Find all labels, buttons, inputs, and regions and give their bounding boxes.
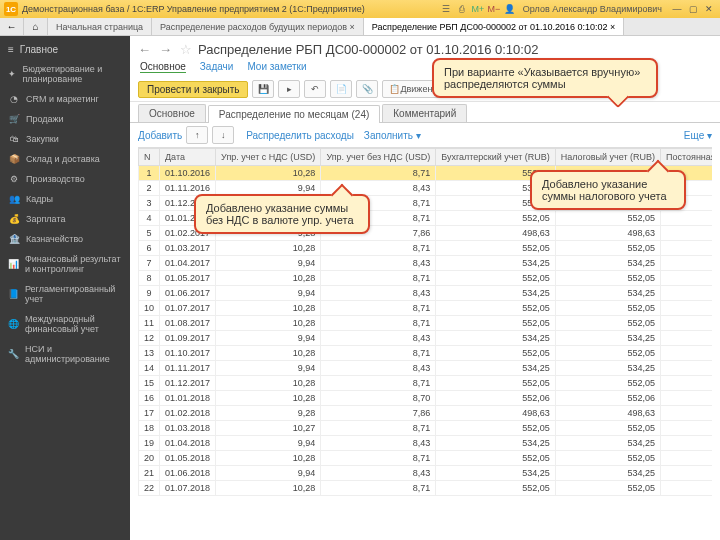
sidebar-item-label: Регламентированный учет [25, 284, 122, 304]
sidebar-item-2[interactable]: 🛒Продажи [0, 109, 130, 129]
close-icon[interactable]: ✕ [702, 3, 716, 15]
nav-sidebar: ≡ Главное ✦Бюджетирование и планирование… [0, 36, 130, 540]
sidebar-item-5[interactable]: ⚙Производство [0, 169, 130, 189]
tab-main[interactable]: Основное [138, 104, 206, 122]
row-down-icon[interactable]: ↓ [212, 126, 234, 144]
sidebar-item-label: Кадры [26, 194, 53, 204]
annotation-callout-1: При варианте «Указывается вручную» распр… [432, 58, 658, 98]
post-and-close-button[interactable]: Провести и закрыть [138, 81, 248, 98]
sidebar-item-6[interactable]: 👥Кадры [0, 189, 130, 209]
breadcrumb-home-label[interactable]: Начальная страница [48, 18, 152, 35]
sidebar-item-10[interactable]: 📘Регламентированный учет [0, 279, 130, 309]
sidebar-item-label: Финансовый результат и контроллинг [25, 254, 122, 274]
breadcrumb-tab-1[interactable]: Распределение расходов будущих периодов … [152, 18, 364, 35]
cancel-post-icon[interactable]: ↶ [304, 80, 326, 98]
sidebar-icon: ◔ [8, 94, 20, 104]
breadcrumb-home-icon[interactable]: ⌂ [24, 18, 48, 35]
toolbar-icon[interactable]: ☰ [439, 3, 453, 15]
breadcrumb-tab-2[interactable]: Распределение РБП ДС00-000002 от 01.10.2… [364, 18, 624, 35]
distribute-button[interactable]: Распределить расходы [246, 130, 354, 141]
breadcrumb-back-icon[interactable]: ← [0, 18, 24, 35]
sidebar-item-label: Казначейство [26, 234, 83, 244]
detail-tabs: Основное Распределение по месяцам (24) К… [130, 104, 720, 123]
col-novat[interactable]: Упр. учет без НДС (USD) [321, 149, 436, 166]
table-row[interactable]: 1201.09.20179,948,43534,25534,25 [139, 331, 713, 346]
table-row[interactable]: 1401.11.20179,948,43534,25534,25 [139, 361, 713, 376]
maximize-icon[interactable]: ▢ [686, 3, 700, 15]
add-row-button[interactable]: Добавить [138, 130, 182, 141]
attach-icon[interactable]: 📎 [356, 80, 378, 98]
col-perm[interactable]: Постоянная ра [661, 149, 712, 166]
table-row[interactable]: 1001.07.201710,288,71552,05552,05 [139, 301, 713, 316]
table-toolbar: Добавить ↑ ↓ Распределить расходы Заполн… [130, 123, 720, 147]
sidebar-item-label: Продажи [26, 114, 64, 124]
tab-distribution[interactable]: Распределение по месяцам (24) [208, 105, 380, 123]
table-row[interactable]: 801.05.201710,288,71552,05552,05 [139, 271, 713, 286]
table-row[interactable]: 901.06.20179,948,43534,25534,25 [139, 286, 713, 301]
burger-icon[interactable]: ≡ [8, 44, 14, 55]
table-row[interactable]: 2101.06.20189,948,43534,25534,25 [139, 466, 713, 481]
annotation-callout-3: Добавлено указание суммы налогового учет… [530, 170, 686, 210]
post-icon[interactable]: ▸ [278, 80, 300, 98]
row-up-icon[interactable]: ↑ [186, 126, 208, 144]
fill-button[interactable]: Заполнить ▾ [364, 130, 421, 141]
sidebar-item-1[interactable]: ◔CRM и маркетинг [0, 89, 130, 109]
table-row[interactable]: 1701.02.20189,287,86498,63498,63 [139, 406, 713, 421]
sidebar-icon: 📘 [8, 289, 19, 299]
col-vat[interactable]: Упр. учет с НДС (USD) [216, 149, 321, 166]
table-row[interactable]: 1501.12.201710,288,71552,05552,05 [139, 376, 713, 391]
print-icon[interactable]: ⎙ [455, 3, 469, 15]
app-logo-icon: 1C [4, 2, 18, 16]
sidebar-icon: 🌐 [8, 319, 19, 329]
sidebar-icon: 🛒 [8, 114, 20, 124]
window-title: Демонстрационная база / 1С:ERP Управлени… [22, 4, 365, 14]
subnav-notes[interactable]: Мои заметки [247, 61, 306, 73]
report-icon[interactable]: 📄 [330, 80, 352, 98]
current-user[interactable]: Орлов Александр Владимирович [523, 4, 662, 14]
sidebar-item-label: Международный финансовый учет [25, 314, 122, 334]
sidebar-item-4[interactable]: 📦Склад и доставка [0, 149, 130, 169]
table-row[interactable]: 1801.03.201810,278,71552,05552,05 [139, 421, 713, 436]
sidebar-icon: 👥 [8, 194, 20, 204]
col-date[interactable]: Дата [160, 149, 216, 166]
sidebar-item-11[interactable]: 🌐Международный финансовый учет [0, 309, 130, 339]
sidebar-item-12[interactable]: 🔧НСИ и администрирование [0, 339, 130, 369]
sidebar-item-7[interactable]: 💰Зарплата [0, 209, 130, 229]
nav-fwd-icon[interactable]: → [159, 42, 174, 57]
sidebar-item-9[interactable]: 📊Финансовый результат и контроллинг [0, 249, 130, 279]
nav-back-icon[interactable]: ← [138, 42, 153, 57]
sidebar-item-label: Производство [26, 174, 85, 184]
sidebar-icon: 🔧 [8, 349, 19, 359]
favorite-star-icon[interactable]: ☆ [180, 42, 192, 57]
m-minus-icon[interactable]: M− [487, 3, 501, 15]
tab-comment[interactable]: Комментарий [382, 104, 467, 122]
table-row[interactable]: 2001.05.201810,288,71552,05552,05 [139, 451, 713, 466]
more-button[interactable]: Еще ▾ [684, 130, 712, 141]
sidebar-header[interactable]: ≡ Главное [0, 40, 130, 59]
subnav-tasks[interactable]: Задачи [200, 61, 234, 73]
sidebar-icon: ✦ [8, 69, 16, 79]
table-row[interactable]: 1101.08.201710,288,71552,05552,05 [139, 316, 713, 331]
table-row[interactable]: 2201.07.201810,288,71552,05552,05 [139, 481, 713, 496]
table-row[interactable]: 701.04.20179,948,43534,25534,25 [139, 256, 713, 271]
col-n[interactable]: N [139, 149, 160, 166]
table-row[interactable]: 601.03.201710,288,71552,05552,05 [139, 241, 713, 256]
sidebar-item-label: CRM и маркетинг [26, 94, 99, 104]
sidebar-icon: 💰 [8, 214, 20, 224]
sidebar-item-8[interactable]: 🏦Казначейство [0, 229, 130, 249]
table-row[interactable]: 1601.01.201810,288,70552,06552,06 [139, 391, 713, 406]
sidebar-item-3[interactable]: 🛍Закупки [0, 129, 130, 149]
save-icon[interactable]: 💾 [252, 80, 274, 98]
subnav-main[interactable]: Основное [140, 61, 186, 73]
sidebar-item-label: НСИ и администрирование [25, 344, 122, 364]
sidebar-item-0[interactable]: ✦Бюджетирование и планирование [0, 59, 130, 89]
col-acc[interactable]: Бухгалтерский учет (RUB) [436, 149, 556, 166]
col-tax[interactable]: Налоговый учет (RUB) [555, 149, 660, 166]
content-area: ← → ☆ Распределение РБП ДС00-000002 от 0… [130, 36, 720, 540]
minimize-icon[interactable]: — [670, 3, 684, 15]
m-plus-icon[interactable]: M+ [471, 3, 485, 15]
sidebar-icon: 🏦 [8, 234, 20, 244]
table-row[interactable]: 1901.04.20189,948,43534,25534,25 [139, 436, 713, 451]
sidebar-item-label: Зарплата [26, 214, 65, 224]
table-row[interactable]: 1301.10.201710,288,71552,05552,05 [139, 346, 713, 361]
